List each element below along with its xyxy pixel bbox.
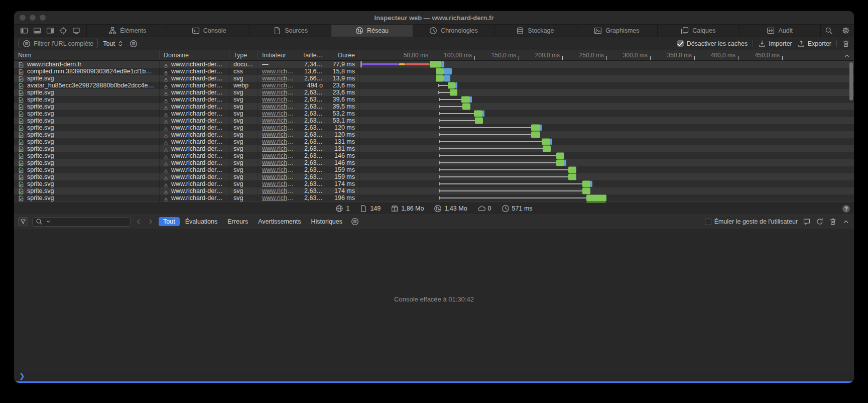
table-row[interactable]: sprite.svg www.richard-dern.fr svg www.r… [14, 138, 854, 145]
reload-icon[interactable] [816, 218, 824, 226]
dock-bottom-icon[interactable] [33, 27, 41, 35]
request-initiator[interactable]: www.richard-d… [262, 117, 296, 124]
request-initiator[interactable]: www.richard-d… [262, 103, 296, 110]
request-initiator[interactable]: www.richard-d… [262, 68, 296, 75]
next-result-icon[interactable] [147, 218, 155, 226]
tab-sources[interactable]: Sources [250, 25, 331, 37]
table-row[interactable]: sprite.svg www.richard-dern.fr svg www.r… [14, 124, 854, 131]
waterfall-segment-blue [455, 82, 457, 89]
request-name-cell: sprite.svg [14, 180, 160, 187]
table-row[interactable]: sprite.svg www.richard-dern.fr svg www.r… [14, 201, 854, 203]
table-row[interactable]: sprite.svg www.richard-dern.fr svg www.r… [14, 103, 854, 110]
scope-menu-icon[interactable] [351, 218, 359, 226]
options-menu-icon[interactable] [130, 40, 138, 48]
waterfall-segment-green [582, 181, 590, 187]
tab-chronologies[interactable]: Chronologies [413, 25, 494, 37]
console-pane-icon[interactable] [803, 218, 811, 226]
element-picker-icon[interactable] [59, 27, 67, 35]
request-domain-cell: www.richard-dern.fr [160, 187, 229, 194]
request-type: css [233, 68, 243, 75]
table-row[interactable]: sprite.svg www.richard-dern.fr svg www.r… [14, 131, 854, 138]
table-row[interactable]: sprite.svg www.richard-dern.fr svg www.r… [14, 173, 854, 180]
collapse-timeline-icon[interactable] [843, 52, 851, 60]
request-initiator[interactable]: www.richard-d… [262, 110, 296, 117]
tab-console[interactable]: Console [168, 25, 250, 37]
console-search-input[interactable] [53, 218, 128, 226]
dock-right-icon[interactable] [46, 27, 54, 35]
tab-stockage[interactable]: Stockage [494, 25, 576, 37]
table-row[interactable]: sprite.svg www.richard-dern.fr svg www.r… [14, 110, 854, 117]
request-initiator[interactable]: www.richard-d… [262, 159, 296, 166]
table-row[interactable]: sprite.svg www.richard-dern.fr svg www.r… [14, 187, 854, 194]
clear-network-trash-icon[interactable] [842, 40, 850, 48]
expand-console-icon[interactable] [842, 218, 850, 226]
dock-left-icon[interactable] [20, 27, 28, 35]
settings-tab[interactable] [837, 25, 854, 37]
table-row[interactable]: sprite.svg www.richard-dern.fr svg www.r… [14, 152, 854, 159]
tab-calques[interactable]: Calques [658, 25, 739, 37]
request-initiator[interactable]: www.richard-d… [262, 187, 296, 194]
search-tab[interactable] [821, 25, 837, 37]
request-initiator[interactable]: www.richard-d… [262, 138, 296, 145]
console-scope-evaluations[interactable]: Évaluations [181, 217, 222, 226]
request-initiator[interactable]: www.richard-d… [262, 82, 296, 89]
emulate-gesture-checkbox[interactable]: Émuler le geste de l'utilisateur [705, 218, 798, 225]
clear-console-trash-icon[interactable] [829, 218, 837, 226]
tab-reseau[interactable]: Réseau [331, 25, 413, 37]
previous-result-icon[interactable] [135, 218, 143, 226]
request-initiator[interactable]: www.richard-d… [262, 145, 296, 152]
help-button[interactable]: ? [842, 205, 850, 213]
table-row[interactable]: sprite.svg www.richard-dern.fr svg www.r… [14, 117, 854, 124]
table-row[interactable]: sprite.svg www.richard-dern.fr svg www.r… [14, 166, 854, 173]
table-row[interactable]: sprite.svg www.richard-dern.fr svg www.r… [14, 145, 854, 152]
table-row[interactable]: avatar_hu85ecc3e298728880b0bde2dcc4e5c23… [14, 82, 854, 89]
request-initiator[interactable]: www.richard-d… [262, 194, 296, 201]
tab-elements[interactable]: Éléments [87, 25, 168, 37]
tab-audit[interactable]: Audit [739, 25, 821, 37]
console-scope-avertissements[interactable]: Avertissements [254, 217, 305, 226]
column-header-type[interactable]: Type [229, 50, 258, 60]
table-scrollbar[interactable] [849, 62, 853, 100]
request-initiator[interactable]: www.richard-d… [262, 131, 296, 138]
waterfall-segment-green [474, 111, 482, 117]
table-row[interactable]: www.richard-dern.fr www.richard-dern.fr … [14, 61, 854, 68]
console-scope-historiques[interactable]: Historiques [306, 217, 347, 226]
table-row[interactable]: sprite.svg www.richard-dern.fr svg www.r… [14, 89, 854, 96]
console-scope-erreurs[interactable]: Erreurs [223, 217, 253, 226]
column-header-domain[interactable]: Domaine [160, 50, 229, 60]
console-search-field[interactable] [32, 217, 131, 227]
request-duration: 13,9 ms [333, 75, 355, 82]
url-filter-input[interactable]: Filtrer l'URL complète [18, 39, 98, 48]
table-row[interactable]: compiled.min.38390909f303624ed9e1cf1bd3f… [14, 68, 854, 75]
column-header-duration[interactable]: Durée [327, 50, 359, 60]
column-header-name[interactable]: Nom [14, 50, 160, 60]
export-button[interactable]: Exporter [797, 40, 831, 48]
import-button[interactable]: Importer [758, 40, 792, 48]
console-filter-button[interactable] [18, 217, 28, 226]
request-initiator[interactable]: www.richard-d… [262, 201, 296, 203]
table-row[interactable]: sprite.svg www.richard-dern.fr svg www.r… [14, 180, 854, 187]
request-name-cell: sprite.svg [14, 173, 160, 180]
request-initiator-cell: www.richard-d… [258, 180, 300, 187]
request-initiator[interactable]: www.richard-d… [262, 152, 296, 159]
request-initiator[interactable]: www.richard-d… [262, 180, 296, 187]
table-row[interactable]: sprite.svg www.richard-dern.fr svg www.r… [14, 96, 854, 103]
table-row[interactable]: sprite.svg www.richard-dern.fr svg www.r… [14, 194, 854, 201]
request-initiator[interactable]: www.richard-d… [262, 89, 296, 96]
quick-console-prompt[interactable]: ❯ [14, 370, 854, 381]
table-row[interactable]: sprite.svg www.richard-dern.fr svg www.r… [14, 75, 854, 82]
request-initiator[interactable]: www.richard-d… [262, 96, 296, 103]
request-initiator[interactable]: www.richard-d… [262, 173, 296, 180]
request-name: sprite.svg [27, 117, 54, 124]
device-icon[interactable] [72, 27, 80, 35]
console-scope-tout[interactable]: Tout [159, 217, 180, 226]
column-header-size[interactable]: Taille… [300, 50, 327, 60]
tab-graphismes[interactable]: Graphismes [576, 25, 658, 37]
request-initiator[interactable]: www.richard-d… [262, 75, 296, 82]
request-initiator[interactable]: www.richard-d… [262, 166, 296, 173]
type-filter-dropdown[interactable]: Tout [103, 40, 125, 48]
column-header-initiator[interactable]: Initiateur [258, 50, 300, 60]
request-initiator[interactable]: www.richard-d… [262, 124, 296, 131]
disable-caches-checkbox[interactable]: Désactiver les caches [677, 40, 748, 47]
table-row[interactable]: sprite.svg www.richard-dern.fr svg www.r… [14, 159, 854, 166]
